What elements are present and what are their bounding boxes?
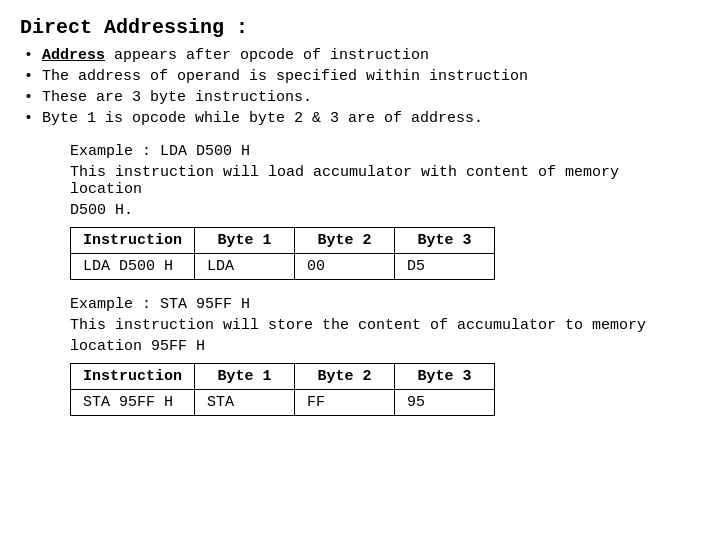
bullet-1-text: appears after opcode of instruction (114, 47, 429, 64)
bullet-item-1: Address appears after opcode of instruct… (24, 47, 700, 64)
example2-line2: This instruction will store the content … (70, 317, 700, 334)
example1-block: Example : LDA D500 H This instruction wi… (70, 143, 700, 280)
example2-col-byte3: Byte 3 (395, 364, 495, 390)
example2-line3: location 95FF H (70, 338, 700, 355)
example2-table: Instruction Byte 1 Byte 2 Byte 3 STA 95F… (70, 363, 495, 416)
example1-col-instruction: Instruction (71, 228, 195, 254)
example2-col-instruction: Instruction (71, 364, 195, 390)
example1-table: Instruction Byte 1 Byte 2 Byte 3 LDA D50… (70, 227, 495, 280)
example1-cell-byte2: 00 (295, 254, 395, 280)
example2-block: Example : STA 95FF H This instruction wi… (70, 296, 700, 416)
example1-col-byte2: Byte 2 (295, 228, 395, 254)
example2-cell-byte3: 95 (395, 390, 495, 416)
example2-col-byte2: Byte 2 (295, 364, 395, 390)
bullet-item-4: Byte 1 is opcode while byte 2 & 3 are of… (24, 110, 700, 127)
example1-col-byte1: Byte 1 (195, 228, 295, 254)
example2-data-row: STA 95FF H STA FF 95 (71, 390, 495, 416)
example2-line1: Example : STA 95FF H (70, 296, 700, 313)
example1-data-row: LDA D500 H LDA 00 D5 (71, 254, 495, 280)
example1-line1: Example : LDA D500 H (70, 143, 700, 160)
example1-cell-byte1: LDA (195, 254, 295, 280)
example2-cell-byte1: STA (195, 390, 295, 416)
page-title: Direct Addressing : (20, 16, 700, 39)
bullet-list: Address appears after opcode of instruct… (20, 47, 700, 127)
example1-cell-byte3: D5 (395, 254, 495, 280)
example2-cell-instruction: STA 95FF H (71, 390, 195, 416)
address-underline: Address (42, 47, 105, 64)
bullet-item-3: These are 3 byte instructions. (24, 89, 700, 106)
example2-header-row: Instruction Byte 1 Byte 2 Byte 3 (71, 364, 495, 390)
example1-line3: D500 H. (70, 202, 700, 219)
bullet-item-2: The address of operand is specified with… (24, 68, 700, 85)
example1-header-row: Instruction Byte 1 Byte 2 Byte 3 (71, 228, 495, 254)
example1-cell-instruction: LDA D500 H (71, 254, 195, 280)
example2-cell-byte2: FF (295, 390, 395, 416)
example1-line2: This instruction will load accumulator w… (70, 164, 700, 198)
example1-col-byte3: Byte 3 (395, 228, 495, 254)
example2-col-byte1: Byte 1 (195, 364, 295, 390)
